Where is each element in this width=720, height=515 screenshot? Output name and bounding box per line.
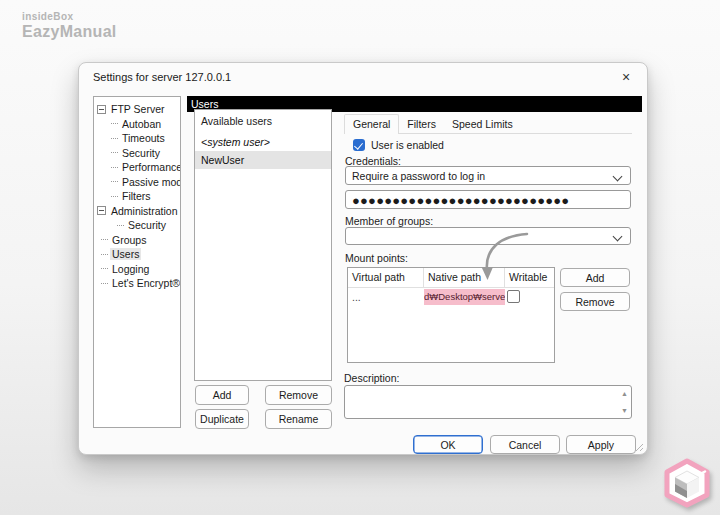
description-label: Description:	[344, 372, 399, 384]
mount-table-header: Virtual path Native path Writable	[348, 268, 554, 288]
collapse-icon[interactable]	[97, 206, 106, 215]
mount-points-label: Mount points:	[345, 252, 408, 264]
detail-tabs: General Filters Speed Limits	[344, 116, 632, 134]
col-virtual-path: Virtual path	[348, 268, 424, 287]
tree-item-lets-encrypt[interactable]: Let's Encrypt®	[94, 276, 180, 291]
password-field[interactable]: ●●●●●●●●●●●●●●●●●●●●●●●●●●●	[345, 190, 631, 209]
dialog-titlebar[interactable]: Settings for server 127.0.0.1 ×	[79, 63, 647, 93]
tab-filters[interactable]: Filters	[399, 115, 444, 133]
user-enabled-row[interactable]: User is enabled	[347, 139, 444, 151]
credentials-select[interactable]: Require a password to log in	[345, 166, 631, 185]
member-groups-select[interactable]	[345, 227, 631, 245]
virtual-path-cell[interactable]: ...	[348, 291, 424, 303]
remove-mount-button[interactable]: Remove	[560, 292, 630, 311]
available-users-list[interactable]: Available users <system user> NewUser	[194, 109, 332, 381]
tree-item-timeouts[interactable]: Timeouts	[94, 131, 180, 146]
settings-dialog: Settings for server 127.0.0.1 × FTP Serv…	[78, 62, 648, 455]
tree-item-filters[interactable]: Filters	[94, 189, 180, 204]
tree-connector	[111, 196, 118, 197]
tree-item-admin-security[interactable]: Security	[94, 218, 180, 233]
resize-grip-icon[interactable]	[635, 443, 644, 452]
writable-checkbox[interactable]	[507, 290, 520, 303]
tree-connector	[101, 239, 108, 240]
tree-item-groups[interactable]: Groups	[94, 233, 180, 248]
user-enabled-label: User is enabled	[371, 139, 444, 151]
available-users-title: Available users	[195, 110, 331, 133]
close-icon[interactable]: ×	[617, 68, 635, 86]
add-mount-button[interactable]: Add	[560, 268, 630, 287]
cancel-button[interactable]: Cancel	[490, 435, 560, 454]
credentials-value: Require a password to log in	[352, 170, 485, 182]
tree-connector	[111, 138, 118, 139]
tree-connector	[101, 254, 108, 255]
watermark-cube-icon	[663, 458, 711, 508]
tab-general[interactable]: General	[344, 114, 399, 134]
member-groups-label: Member of groups:	[345, 215, 433, 227]
collapse-icon[interactable]	[97, 105, 106, 114]
scroll-up-icon[interactable]: ▲	[621, 390, 628, 397]
user-enabled-checkbox[interactable]	[353, 139, 365, 151]
tab-speed-limits[interactable]: Speed Limits	[444, 115, 521, 133]
remove-user-button[interactable]: Remove	[265, 385, 332, 405]
writable-cell[interactable]	[505, 290, 554, 303]
list-item-system-user[interactable]: <system user>	[195, 133, 331, 151]
tree-item-passive-mode[interactable]: Passive mode	[94, 175, 180, 190]
ok-button[interactable]: OK	[413, 435, 483, 454]
add-user-button[interactable]: Add	[195, 385, 249, 405]
native-path-edit-cell[interactable]: d₩Desktop₩server	[424, 289, 505, 305]
brand-line1: insideBox	[22, 11, 117, 22]
col-native-path: Native path	[424, 268, 505, 287]
scroll-down-icon[interactable]: ▼	[621, 407, 628, 414]
tree-item-users[interactable]: Users	[94, 247, 180, 262]
tree-connector	[101, 268, 108, 269]
brand-line2: EazyManual	[22, 23, 117, 41]
mount-points-table[interactable]: Virtual path Native path Writable ... d₩…	[347, 267, 555, 363]
description-textarea[interactable]: ▲ ▼	[344, 385, 632, 419]
tree-item-performance[interactable]: Performance	[94, 160, 180, 175]
dialog-title: Settings for server 127.0.0.1	[93, 71, 231, 83]
tree-connector	[111, 123, 118, 124]
tree-item-autoban[interactable]: Autoban	[94, 117, 180, 132]
tree-item-security[interactable]: Security	[94, 146, 180, 161]
rename-user-button[interactable]: Rename	[265, 409, 332, 429]
chevron-down-icon	[613, 172, 623, 182]
col-writable: Writable	[505, 268, 554, 287]
brand-logo: insideBox EazyManual	[22, 11, 117, 41]
settings-tree: FTP Server Autoban Timeouts Security Per…	[93, 96, 181, 428]
tree-connector	[111, 181, 118, 182]
tree-connector	[111, 167, 118, 168]
mount-table-row[interactable]: ... d₩Desktop₩server	[348, 288, 554, 305]
duplicate-user-button[interactable]: Duplicate	[195, 409, 249, 429]
chevron-down-icon	[613, 232, 623, 242]
apply-button[interactable]: Apply	[566, 435, 636, 454]
tree-connector	[111, 152, 118, 153]
tree-connector	[117, 225, 124, 226]
list-item-newuser[interactable]: NewUser	[195, 151, 331, 169]
tree-item-logging[interactable]: Logging	[94, 262, 180, 277]
password-mask: ●●●●●●●●●●●●●●●●●●●●●●●●●●●	[352, 191, 569, 208]
tree-item-ftp-server[interactable]: FTP Server	[94, 102, 180, 117]
tree-connector	[101, 283, 108, 284]
tree-item-administration[interactable]: Administration	[94, 204, 180, 219]
